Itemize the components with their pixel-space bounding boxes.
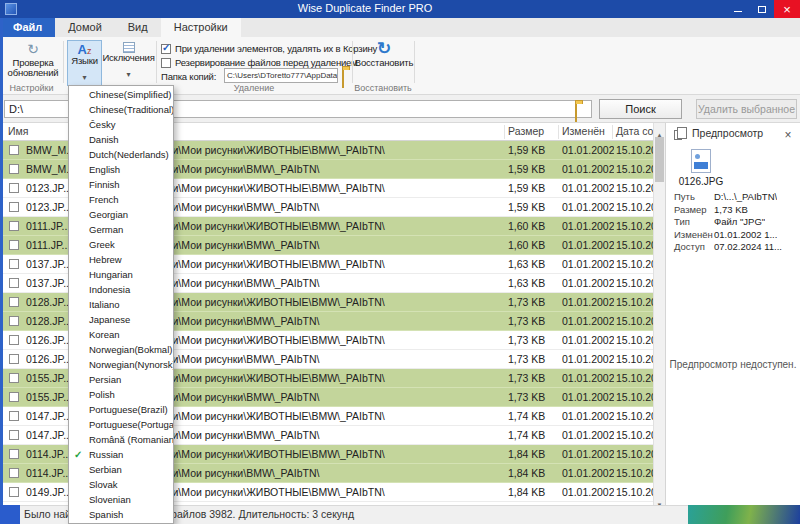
row-checkbox[interactable] — [9, 411, 19, 421]
languages-button[interactable]: Языки — [67, 40, 102, 86]
language-menu-item-label: French — [89, 194, 119, 205]
row-checkbox[interactable] — [9, 202, 19, 212]
search-button[interactable]: Поиск — [599, 99, 682, 119]
row-checkbox[interactable] — [9, 335, 19, 345]
language-menu-item[interactable]: Norwegian(Nynorsk) — [69, 357, 173, 372]
language-menu-item[interactable]: Russian — [69, 447, 173, 462]
scroll-down-icon[interactable] — [654, 493, 665, 505]
checkmark-icon — [74, 327, 86, 342]
row-checkbox[interactable] — [9, 487, 19, 497]
file-size: 1,73 KB — [508, 331, 560, 349]
language-menu-item[interactable]: Persian — [69, 372, 173, 387]
language-menu-item[interactable]: Chinese(Simplified) — [69, 87, 173, 102]
row-checkbox[interactable] — [9, 240, 19, 250]
language-menu-item[interactable]: Česky — [69, 117, 173, 132]
minimize-button[interactable] — [726, 0, 750, 18]
checkmark-icon — [74, 462, 86, 477]
row-checkbox[interactable] — [9, 354, 19, 364]
close-button[interactable] — [774, 0, 800, 18]
file-size: 1,63 KB — [508, 255, 560, 273]
language-menu-item-label: Serbian — [89, 464, 122, 475]
check-updates-button[interactable]: Проверка обновлений — [4, 40, 62, 84]
column-header-size[interactable]: Размер — [508, 123, 544, 140]
preview-field: ПутьD:\...\_PAIbTN\ — [674, 191, 798, 204]
language-menu-item[interactable]: Polish — [69, 387, 173, 402]
exclusions-label: Исключения — [102, 53, 154, 63]
row-checkbox[interactable] — [9, 145, 19, 155]
copy-folder-input[interactable]: C:\Users\DToretto777\AppData\Roami — [224, 68, 338, 83]
ribbon-divider — [156, 41, 157, 83]
language-menu-item[interactable]: Norwegian(Bokmal) — [69, 342, 173, 357]
file-modified: 01.01.2002 — [562, 369, 614, 387]
language-menu-item[interactable]: German — [69, 222, 173, 237]
tab-home[interactable]: Домой — [55, 18, 115, 37]
checkmark-icon — [74, 192, 86, 207]
row-checkbox[interactable] — [9, 221, 19, 231]
file-created: 15.10.2009 — [616, 198, 653, 216]
language-menu-item[interactable]: Georgian — [69, 207, 173, 222]
language-menu-item[interactable]: Hebrew — [69, 252, 173, 267]
column-header-modified[interactable]: Изменён — [562, 123, 605, 140]
file-size: 1,73 KB — [508, 369, 560, 387]
language-menu-item[interactable]: Italiano — [69, 297, 173, 312]
language-menu-item[interactable]: Hungarian — [69, 267, 173, 282]
preview-field-label: Доступ — [674, 241, 714, 254]
file-modified: 01.01.2002 — [562, 160, 614, 178]
row-checkbox[interactable] — [9, 297, 19, 307]
language-menu-item-label: Greek — [89, 239, 115, 250]
language-menu-item[interactable]: Indonesia — [69, 282, 173, 297]
file-created: 15.10.2009 — [616, 255, 653, 273]
language-menu-item-label: Portuguese(Portugal) — [89, 419, 173, 430]
language-menu-item[interactable]: Korean — [69, 327, 173, 342]
language-menu-item[interactable]: French — [69, 192, 173, 207]
language-menu-item[interactable]: Serbian — [69, 462, 173, 477]
tab-view[interactable]: Вид — [115, 18, 161, 37]
delete-selected-button[interactable]: Удалить выбранное — [696, 99, 797, 119]
language-menu-item[interactable]: Greek — [69, 237, 173, 252]
language-menu-item[interactable]: Chinese(Traditional) — [69, 102, 173, 117]
scroll-up-icon[interactable] — [654, 123, 665, 135]
language-menu-item[interactable]: English — [69, 162, 173, 177]
maximize-button[interactable] — [750, 0, 774, 18]
column-header-name[interactable]: Имя — [8, 123, 28, 140]
language-menu-item[interactable]: Slovak — [69, 477, 173, 492]
row-checkbox[interactable] — [9, 183, 19, 193]
row-checkbox[interactable] — [9, 373, 19, 383]
row-checkbox[interactable] — [9, 468, 19, 478]
exclusions-button[interactable]: Исключения — [104, 40, 153, 86]
checkbox-checked-icon — [161, 44, 171, 54]
vertical-scrollbar[interactable] — [653, 123, 665, 505]
language-menu-item[interactable]: Japanese — [69, 312, 173, 327]
language-menu-item[interactable]: Dutch(Nederlands) — [69, 147, 173, 162]
language-menu-item[interactable]: Spanish — [69, 507, 173, 522]
row-checkbox[interactable] — [9, 278, 19, 288]
scrollbar-thumb[interactable] — [655, 137, 664, 182]
ribbon-group-settings-label: Настройки — [0, 83, 63, 93]
row-checkbox[interactable] — [9, 392, 19, 402]
recycle-bin-checkbox[interactable]: При удалении элементов, удалять их в Кор… — [161, 43, 377, 54]
row-checkbox[interactable] — [9, 259, 19, 269]
preview-close-button[interactable] — [782, 125, 794, 139]
language-menu-item-label: Persian — [89, 374, 121, 385]
row-checkbox[interactable] — [9, 449, 19, 459]
language-menu-item[interactable]: Slovenian — [69, 492, 173, 507]
restore-button[interactable]: Восстановить — [355, 40, 413, 84]
language-menu-item[interactable]: Portuguese(Portugal) — [69, 417, 173, 432]
language-menu-item[interactable]: Portuguese(Brazil) — [69, 402, 173, 417]
language-menu-item[interactable]: Română (Romanian) — [69, 432, 173, 447]
restore-label: Восстановить — [355, 58, 413, 68]
tab-settings[interactable]: Настройки — [161, 18, 241, 37]
file-size: 1,73 KB — [508, 350, 560, 368]
backup-checkbox-label: Резервирование файлов перед удалением — [175, 57, 357, 68]
path-browse-button[interactable] — [575, 104, 577, 122]
file-size: 1,74 KB — [508, 426, 560, 444]
row-checkbox[interactable] — [9, 316, 19, 326]
backup-checkbox[interactable]: Резервирование файлов перед удалением — [161, 57, 357, 68]
row-checkbox[interactable] — [9, 164, 19, 174]
language-menu-item[interactable]: Danish — [69, 132, 173, 147]
row-checkbox[interactable] — [9, 430, 19, 440]
language-menu-item-label: Română (Romanian) — [89, 434, 173, 445]
language-menu-item[interactable]: Finnish — [69, 177, 173, 192]
tab-file[interactable]: Файл — [0, 18, 55, 37]
ribbon-group-delete-label: Удаление — [156, 83, 352, 93]
